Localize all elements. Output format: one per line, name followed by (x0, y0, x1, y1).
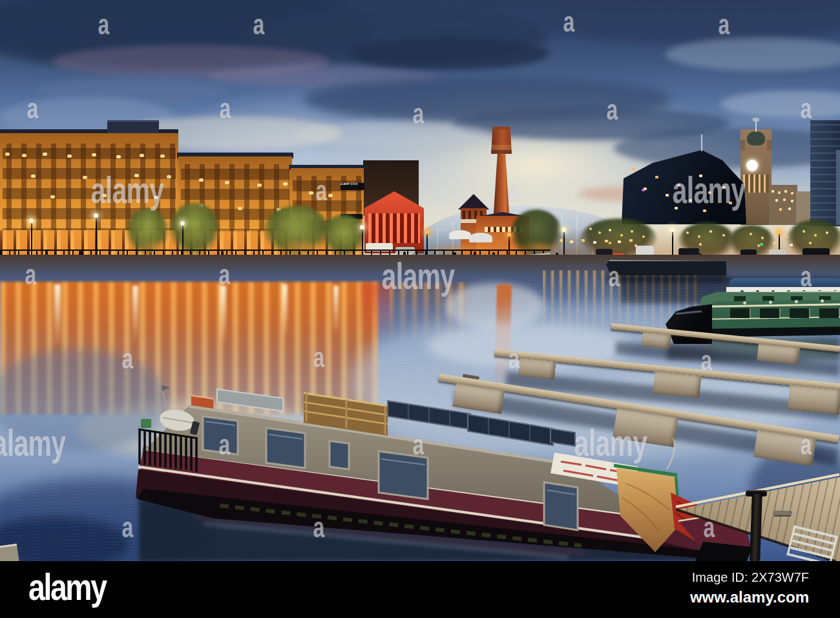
watermark-a-small: a (316, 175, 327, 207)
watermark-alamy-large: alamy (91, 169, 164, 211)
watermark-a-small: a (122, 343, 133, 375)
alamy-logo: alamy (28, 565, 106, 608)
watermark-a-small: a (219, 259, 230, 291)
watermark-a-small: a (701, 345, 712, 377)
albert-dock-dusk-photo: ALBERT DOCK (0, 0, 840, 561)
watermark-a-small: a (801, 92, 812, 125)
watermark-a-small: a (313, 511, 324, 544)
watermark-a-small: a (220, 92, 231, 125)
watermark-a-small: a (801, 261, 812, 293)
watermark-alamy-large: alamy (0, 421, 65, 464)
watermark-a-small: a (609, 261, 620, 293)
watermark-a-small: a (719, 8, 730, 41)
watermark-alamy-large: alamy (574, 421, 647, 464)
image-id-text: Image ID: 2X73W7F (690, 570, 809, 585)
watermark-a-small: a (413, 429, 424, 461)
watermark-a-small: a (27, 92, 38, 125)
watermark-a-small: a (509, 343, 520, 375)
footer-info: Image ID: 2X73W7F www.alamy.com (690, 570, 809, 606)
alamy-footer-bar: alamy Image ID: 2X73W7F www.alamy.com (0, 561, 840, 618)
alamy-url-text: www.alamy.com (690, 588, 809, 606)
watermark-a-small: a (563, 6, 574, 38)
watermark-a-small: a (607, 94, 618, 126)
watermark-a-small: a (25, 259, 36, 291)
watermark-a-small: a (253, 8, 264, 41)
watermark-alamy-large: alamy (673, 169, 746, 211)
watermark-a-small: a (219, 429, 230, 461)
watermark-alamy-large: alamy (382, 255, 455, 297)
stock-photo-frame: ALBERT DOCK (0, 0, 840, 618)
watermark-a-small: a (801, 429, 812, 461)
watermark-a-small: a (313, 341, 324, 374)
watermark-a-small: a (413, 98, 424, 130)
watermark-layer: alamyalamyalamyalamyalamyaaaaaaaaaaaaaaa… (0, 0, 840, 561)
watermark-a-small: a (122, 511, 133, 544)
watermark-a-small: a (509, 175, 520, 207)
watermark-a-small: a (704, 511, 715, 544)
watermark-a-small: a (98, 8, 109, 41)
